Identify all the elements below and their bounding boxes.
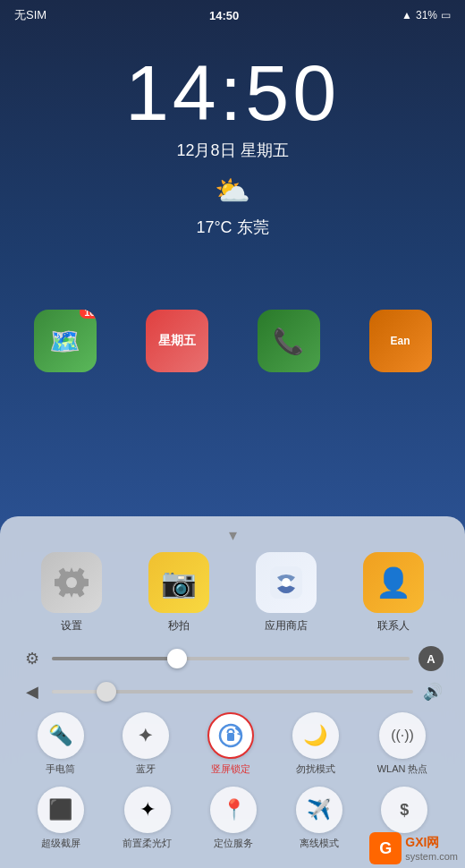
auto-brightness-button[interactable]: A xyxy=(418,646,444,671)
location-icon: 📍 xyxy=(222,798,246,821)
frontlight-icon: ✦ xyxy=(140,798,156,821)
flashlight-button[interactable]: 🔦 xyxy=(38,712,84,759)
hotspot-button[interactable]: ((·)) xyxy=(379,712,426,759)
dnd-label: 勿扰模式 xyxy=(296,762,335,776)
brightness-thumb[interactable] xyxy=(167,649,187,668)
dnd-button[interactable]: 🌙 xyxy=(292,712,339,759)
screenshot-icon: ⬛ xyxy=(48,798,72,821)
camera-app-icon[interactable]: 📷 xyxy=(148,552,209,613)
flashlight-label: 手电筒 xyxy=(46,762,75,776)
phone-screen: 无SIM 14:50 ▲ 31% ▭ 14:50 12月8日 星期五 ⛅ 17°… xyxy=(0,0,465,868)
camera-label: 秒拍 xyxy=(168,618,190,634)
toggle-location[interactable]: 📍 定位服务 xyxy=(210,787,257,850)
logo-letter: G xyxy=(379,839,392,858)
phone-icon: 📞 xyxy=(273,327,304,356)
control-panel: ▾ 设置 📷 秒拍 xyxy=(0,516,465,868)
frontlight-button[interactable]: ✦ xyxy=(124,787,171,833)
status-time: 14:50 xyxy=(209,9,239,22)
volume-thumb[interactable] xyxy=(97,682,116,702)
screen-lock-button[interactable] xyxy=(207,712,254,759)
toggle-flashlight[interactable]: 🔦 手电筒 xyxy=(38,712,84,776)
map-icon: 🗺️ xyxy=(49,327,80,356)
panel-indicator: ▾ xyxy=(18,525,447,545)
settings-gear-svg xyxy=(55,566,89,600)
carrier-label: 无SIM xyxy=(14,7,46,23)
toggle-hotspot[interactable]: ((·)) WLAN 热点 xyxy=(377,712,428,776)
app-item-settings[interactable]: 设置 xyxy=(41,552,102,634)
screenshot-button[interactable]: ⬛ xyxy=(38,787,84,833)
dock-app-calendar[interactable]: 星期五 xyxy=(146,310,208,372)
contacts-emoji: 👤 xyxy=(376,566,411,600)
weather-temp: 17°C 东莞 xyxy=(0,217,465,238)
settings-app-icon[interactable] xyxy=(41,552,102,613)
contacts-label: 联系人 xyxy=(377,618,410,634)
weather-icon: ⛅ xyxy=(215,174,250,208)
app-item-appstore[interactable]: 应用商店 xyxy=(256,552,317,634)
airplane-button[interactable]: ✈️ xyxy=(296,787,342,833)
svg-rect-5 xyxy=(227,733,234,741)
brightness-track[interactable] xyxy=(52,657,410,660)
nfc-button[interactable]: $ xyxy=(381,787,427,833)
location-button[interactable]: 📍 xyxy=(210,787,257,833)
toggle-screenshot[interactable]: ⬛ 超级截屏 xyxy=(38,787,84,850)
watermark-site: GXI网 xyxy=(405,835,458,851)
svg-point-3 xyxy=(282,578,291,587)
bluetooth-button[interactable]: ✦ xyxy=(123,712,169,759)
volume-low-icon: ◀ xyxy=(21,682,43,702)
app-item-camera[interactable]: 📷 秒拍 xyxy=(148,552,209,634)
app-icons-row: 设置 📷 秒拍 应用商店 xyxy=(18,552,447,634)
hotspot-label: WLAN 热点 xyxy=(377,762,428,776)
flashlight-icon: 🔦 xyxy=(48,724,72,747)
appstore-app-icon[interactable] xyxy=(256,552,317,613)
bluetooth-icon: ✦ xyxy=(138,725,153,746)
hotspot-icon: ((·)) xyxy=(391,728,414,744)
toggle-frontlight[interactable]: ✦ 前置柔光灯 xyxy=(123,787,172,850)
wifi-icon: ▲ xyxy=(402,9,412,21)
clock-area: 14:50 12月8日 星期五 ⛅ 17°C 东莞 xyxy=(0,27,465,238)
volume-slider-row: ◀ 🔊 xyxy=(18,682,447,702)
battery-icon: ▭ xyxy=(441,9,451,21)
volume-high-icon: 🔊 xyxy=(422,682,444,702)
clock-time: 14:50 xyxy=(0,54,465,132)
brightness-low-icon: ⚙ xyxy=(21,649,43,668)
vivo-store-svg xyxy=(266,563,306,602)
toggles-row-1: 🔦 手电筒 ✦ 蓝牙 xyxy=(18,712,447,776)
watermark-url: system.com xyxy=(405,851,458,862)
weather-area: ⛅ xyxy=(0,174,465,208)
toggle-bluetooth[interactable]: ✦ 蓝牙 xyxy=(123,712,169,776)
auto-label: A xyxy=(427,652,435,666)
contacts-app-icon[interactable]: 👤 xyxy=(363,552,424,613)
brightness-slider-row: ⚙ A xyxy=(18,646,447,671)
screen-lock-icon xyxy=(218,723,243,748)
screenshot-label: 超级截屏 xyxy=(41,837,80,850)
toggle-dnd[interactable]: 🌙 勿扰模式 xyxy=(292,712,339,776)
dnd-icon: 🌙 xyxy=(303,724,327,747)
svg-point-1 xyxy=(66,577,77,588)
settings-label: 设置 xyxy=(61,618,82,634)
status-bar: 无SIM 14:50 ▲ 31% ▭ xyxy=(0,0,465,27)
dock-apps: 🗺️ 10 星期五 📞 Ean xyxy=(0,310,465,372)
nfc-icon: $ xyxy=(400,801,409,820)
battery-label: 31% xyxy=(416,9,437,21)
toggle-screen-lock[interactable]: 竖屏锁定 xyxy=(207,712,254,776)
map-badge: 10 xyxy=(80,310,96,319)
dock-app-phone[interactable]: 📞 xyxy=(258,310,320,372)
ean-label: Ean xyxy=(390,335,410,347)
airplane-label: 离线模式 xyxy=(300,837,339,850)
watermark-logo: G xyxy=(369,832,402,864)
screen-lock-label: 竖屏锁定 xyxy=(211,762,250,776)
camera-emoji: 📷 xyxy=(161,566,197,600)
location-label: 定位服务 xyxy=(214,837,253,850)
app-item-contacts[interactable]: 👤 联系人 xyxy=(363,552,424,634)
bluetooth-label: 蓝牙 xyxy=(136,762,156,776)
watermark-text: GXI网 system.com xyxy=(405,835,458,862)
dock-app-map[interactable]: 🗺️ 10 xyxy=(34,310,97,372)
toggle-airplane[interactable]: ✈️ 离线模式 xyxy=(296,787,342,850)
clock-date: 12月8日 星期五 xyxy=(0,140,465,161)
calendar-label: 星期五 xyxy=(158,333,196,349)
airplane-icon: ✈️ xyxy=(307,798,331,821)
frontlight-label: 前置柔光灯 xyxy=(123,837,172,850)
dock-app-ean[interactable]: Ean xyxy=(369,310,432,372)
status-right: ▲ 31% ▭ xyxy=(402,9,451,21)
volume-track[interactable] xyxy=(52,690,413,694)
